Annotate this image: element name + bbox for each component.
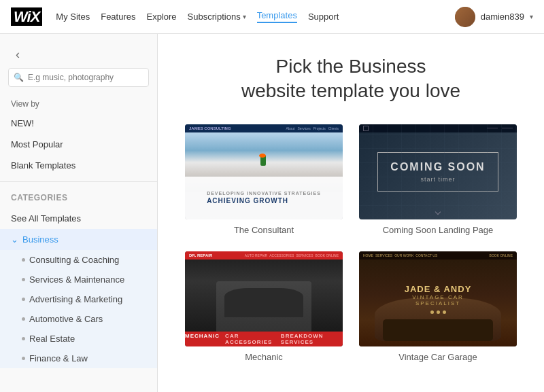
- template-thumb-vintage: HOME SERVICES OUR WORK CONTACT US BOOK O…: [359, 251, 517, 346]
- search-input[interactable]: [8, 68, 149, 87]
- sub-item-services[interactable]: Services & Maintenance: [0, 270, 157, 289]
- template-card-coming-soon[interactable]: COMING SOON start timer Coming Soon Land…: [359, 124, 517, 235]
- business-label: Business: [22, 234, 58, 245]
- nav-templates[interactable]: Templates: [257, 10, 297, 23]
- template-thumb-consultant: JAMES CONSULTING About Services Projects…: [185, 124, 343, 219]
- top-navigation: WiX My Sites Features Explore Subscripti…: [0, 0, 544, 34]
- template-thumb-coming-soon: COMING SOON start timer: [359, 124, 517, 219]
- template-label-vintage: Vintage Car Garage: [359, 352, 517, 362]
- nav-explore[interactable]: Explore: [147, 12, 177, 22]
- nav-features[interactable]: Features: [101, 12, 135, 22]
- avatar-image: [455, 7, 475, 27]
- wix-logo[interactable]: WiX: [11, 8, 42, 26]
- sidebar-divider: [0, 181, 157, 182]
- template-card-consultant[interactable]: JAMES CONSULTING About Services Projects…: [185, 124, 343, 235]
- business-sub-items: Consulting & Coaching Services & Mainten…: [0, 250, 157, 368]
- hero-title: Pick the Business website template you l…: [185, 54, 517, 104]
- sub-item-advertising-label: Advertising & Marketing: [29, 294, 122, 304]
- main-content: Pick the Business website template you l…: [158, 34, 544, 392]
- sidebar-item-blank-templates[interactable]: Blank Templates: [0, 155, 157, 176]
- sidebar-business-category[interactable]: ⌄ Business: [0, 229, 157, 250]
- search-container: 🔍: [8, 68, 149, 87]
- categories-section-title: Categories: [0, 188, 157, 208]
- sub-item-automotive-label: Automotive & Cars: [29, 314, 103, 324]
- sub-item-dot-icon: [22, 357, 25, 360]
- sub-item-consulting[interactable]: Consulting & Coaching: [0, 250, 157, 270]
- sub-item-real-estate[interactable]: Real Estate: [0, 329, 157, 349]
- sub-item-consulting-label: Consulting & Coaching: [29, 255, 119, 265]
- sub-item-dot-icon: [22, 337, 25, 340]
- nav-subscriptions[interactable]: Subscriptions ▾: [188, 12, 246, 22]
- vintage-title-text: JADE & ANDY: [398, 284, 477, 294]
- view-by-label: View by: [0, 95, 157, 113]
- consultant-overlay-text: DEVELOPING INNOVATIVE STRATEGIES ACHIEVI…: [185, 177, 343, 219]
- template-thumb-mechanic: DR. REPAIR AUTO REPAIR ACCESSORIES SERVI…: [185, 251, 343, 346]
- nav-links: My Sites Features Explore Subscriptions …: [56, 10, 441, 23]
- sidebar-item-new[interactable]: NEW!: [0, 113, 157, 134]
- template-card-vintage[interactable]: HOME SERVICES OUR WORK CONTACT US BOOK O…: [359, 251, 517, 362]
- main-layout: ‹ 🔍 View by NEW! Most Popular Blank Temp…: [0, 34, 544, 392]
- sub-item-dot-icon: [22, 278, 25, 281]
- sub-item-finance[interactable]: Finance & Law: [0, 349, 157, 368]
- user-menu-chevron-icon[interactable]: ▾: [530, 13, 533, 20]
- sub-item-services-label: Services & Maintenance: [29, 274, 124, 285]
- hero-heading: Pick the Business website template you l…: [185, 54, 517, 104]
- search-icon: 🔍: [14, 73, 24, 82]
- sub-item-real-estate-label: Real Estate: [29, 334, 75, 344]
- mechanic-red-bar: MECHANIC CAR ACCESSORIES BREAKDOWN SERVI…: [185, 332, 343, 346]
- business-expand-icon: ⌄: [11, 234, 18, 245]
- vintage-overlay: JADE & ANDY VINTAGE CAR SPECIALIST: [398, 284, 477, 314]
- sub-item-automotive[interactable]: Automotive & Cars: [0, 309, 157, 329]
- nav-support[interactable]: Support: [308, 12, 339, 22]
- template-label-consultant: The Consultant: [185, 225, 343, 235]
- avatar: [455, 7, 475, 27]
- sub-item-dot-icon: [22, 317, 25, 321]
- sidebar-see-all-templates[interactable]: See All Templates: [0, 208, 157, 229]
- template-label-coming-soon: Coming Soon Landing Page: [359, 225, 517, 235]
- sidebar-item-most-popular[interactable]: Most Popular: [0, 134, 157, 155]
- template-grid: JAMES CONSULTING About Services Projects…: [185, 124, 517, 362]
- template-card-mechanic[interactable]: DR. REPAIR AUTO REPAIR ACCESSORIES SERVI…: [185, 251, 343, 362]
- nav-my-sites[interactable]: My Sites: [56, 12, 90, 22]
- user-area: damien839 ▾: [455, 7, 533, 27]
- sub-item-advertising[interactable]: Advertising & Marketing: [0, 289, 157, 309]
- sub-item-dot-icon: [22, 298, 25, 301]
- sub-item-finance-label: Finance & Law: [29, 353, 88, 363]
- template-label-mechanic: Mechanic: [185, 352, 343, 362]
- sidebar: ‹ 🔍 View by NEW! Most Popular Blank Temp…: [0, 34, 158, 392]
- username-label: damien839: [481, 12, 524, 22]
- subscriptions-chevron-icon: ▾: [243, 13, 246, 20]
- back-button[interactable]: ‹: [8, 45, 27, 64]
- vintage-subtitle-text: VINTAGE CAR SPECIALIST: [398, 294, 477, 306]
- sub-item-dot-icon: [22, 258, 25, 262]
